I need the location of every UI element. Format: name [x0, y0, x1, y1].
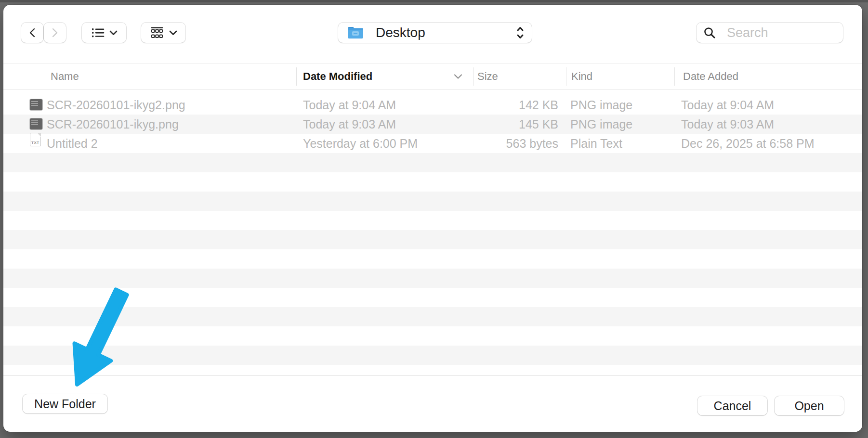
date-added-cell: Dec 26, 2025 at 6:58 PM — [681, 134, 815, 153]
column-header-size[interactable]: Size — [477, 64, 498, 90]
group-view-icon — [150, 26, 164, 39]
back-button[interactable] — [21, 23, 43, 43]
desktop-folder-icon — [347, 26, 364, 39]
png-thumbnail-icon — [30, 118, 42, 129]
file-list: SCR-20260101-ikyg2.png Today at 9:04 AM … — [3, 90, 862, 375]
view-list-dropdown[interactable] — [82, 23, 126, 43]
chevron-left-icon — [28, 27, 36, 38]
chevron-right-icon — [51, 27, 59, 38]
size-cell: 142 KB — [473, 95, 558, 115]
group-dropdown[interactable] — [141, 23, 185, 43]
kind-cell: PNG image — [570, 115, 632, 134]
open-button[interactable]: Open — [775, 396, 844, 415]
search-icon — [703, 26, 716, 39]
forward-button[interactable] — [44, 23, 66, 43]
location-dropdown[interactable]: Desktop — [338, 23, 532, 43]
date-added-cell: Today at 9:04 AM — [681, 95, 774, 115]
cancel-button[interactable]: Cancel — [697, 396, 767, 415]
file-row[interactable]: TXT Untitled 2 Yesterday at 6:00 PM 563 … — [3, 134, 862, 153]
size-cell: 563 bytes — [473, 134, 558, 153]
open-dialog-window: Desktop Name Date Modified Size Kind Dat… — [3, 5, 862, 432]
chevron-down-icon — [109, 30, 118, 36]
file-name-cell: SCR-20260101-ikyg.png — [47, 115, 179, 134]
column-divider — [674, 67, 675, 86]
stepper-icon — [516, 26, 524, 39]
file-name-cell: Untitled 2 — [47, 134, 98, 153]
date-modified-cell: Yesterday at 6:00 PM — [303, 134, 418, 153]
file-row[interactable]: SCR-20260101-ikyg.png Today at 9:03 AM 1… — [3, 115, 862, 134]
column-header-date-modified[interactable]: Date Modified — [303, 64, 372, 90]
column-divider — [296, 67, 297, 86]
file-row[interactable]: SCR-20260101-ikyg2.png Today at 9:04 AM … — [3, 95, 862, 115]
location-label: Desktop — [376, 25, 425, 40]
date-modified-cell: Today at 9:03 AM — [303, 115, 396, 134]
column-header-name[interactable]: Name — [51, 64, 79, 90]
sort-direction-icon — [453, 73, 463, 80]
date-modified-cell: Today at 9:04 AM — [303, 95, 396, 115]
file-name-cell: SCR-20260101-ikyg2.png — [47, 95, 185, 115]
text-document-icon: TXT — [30, 133, 41, 146]
kind-cell: PNG image — [570, 95, 632, 115]
chevron-down-icon — [169, 30, 177, 36]
search-field[interactable] — [697, 23, 843, 43]
new-folder-button[interactable]: New Folder — [23, 394, 107, 413]
column-divider — [566, 67, 566, 86]
size-cell: 145 KB — [473, 115, 558, 134]
kind-cell: Plain Text — [570, 134, 622, 153]
dialog-footer: New Folder Cancel Open — [3, 375, 862, 432]
column-header-kind[interactable]: Kind — [571, 64, 592, 90]
column-header-date-added[interactable]: Date Added — [683, 64, 738, 90]
column-header-row: Name Date Modified Size Kind Date Added — [3, 63, 862, 90]
date-added-cell: Today at 9:03 AM — [681, 115, 774, 134]
png-thumbnail-icon — [30, 99, 42, 110]
column-divider — [473, 67, 474, 86]
search-input[interactable] — [727, 26, 833, 40]
list-view-icon — [91, 27, 105, 39]
